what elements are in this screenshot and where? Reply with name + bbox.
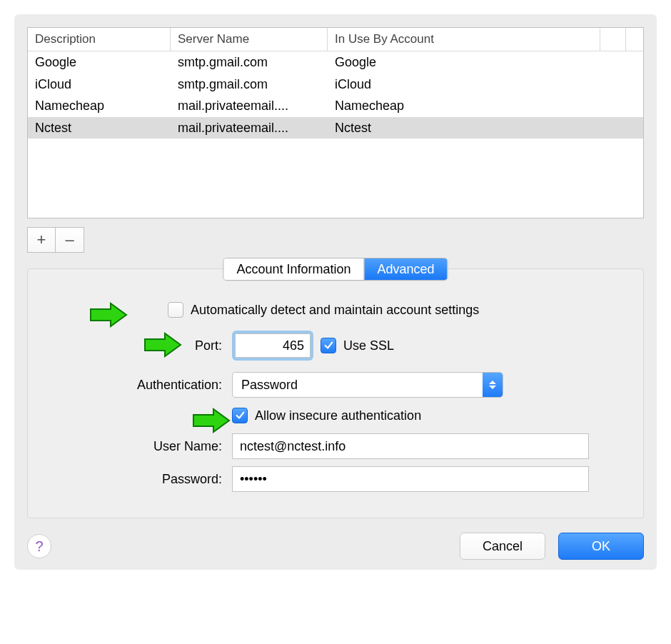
remove-server-button[interactable]: – bbox=[56, 227, 84, 253]
table-row[interactable]: Nctestmail.privateemail....Nctest bbox=[28, 117, 643, 139]
authentication-select[interactable]: Password bbox=[232, 372, 503, 398]
cell-description: iCloud bbox=[28, 74, 171, 96]
cell-description: Google bbox=[28, 51, 171, 74]
add-server-button[interactable]: + bbox=[27, 227, 56, 253]
annotation-arrow-icon bbox=[192, 408, 231, 433]
cell-inuse: iCloud bbox=[328, 74, 643, 96]
allow-insecure-label: Allow insecure authentication bbox=[255, 408, 421, 423]
cell-description: Namecheap bbox=[28, 95, 171, 117]
chevron-updown-icon bbox=[483, 373, 503, 397]
username-input[interactable] bbox=[232, 433, 589, 459]
row-username: User Name: bbox=[46, 433, 625, 459]
smtp-servers-panel: Description Server Name In Use By Accoun… bbox=[14, 14, 657, 570]
tab-advanced[interactable]: Advanced bbox=[364, 258, 448, 280]
port-input[interactable] bbox=[235, 333, 311, 358]
help-button[interactable]: ? bbox=[27, 534, 51, 558]
authentication-label: Authentication: bbox=[46, 378, 232, 393]
password-label: Password: bbox=[46, 472, 232, 487]
ok-button[interactable]: OK bbox=[558, 533, 644, 560]
col-header-description[interactable]: Description bbox=[28, 28, 171, 51]
cell-inuse: Namecheap bbox=[328, 95, 643, 117]
row-port: Port: Use SSL bbox=[46, 331, 625, 361]
username-label: User Name: bbox=[46, 439, 232, 454]
cell-server: smtp.gmail.com bbox=[171, 74, 328, 96]
row-authentication: Authentication: Password bbox=[46, 372, 625, 398]
tab-account-information[interactable]: Account Information bbox=[223, 258, 363, 280]
table-row[interactable]: Googlesmtp.gmail.comGoogle bbox=[28, 51, 643, 74]
server-table: Description Server Name In Use By Accoun… bbox=[27, 27, 644, 218]
col-header-inuse[interactable]: In Use By Account bbox=[328, 28, 600, 51]
col-header-blank2 bbox=[626, 28, 643, 51]
cancel-button[interactable]: Cancel bbox=[460, 533, 545, 560]
cell-server: mail.privateemail.... bbox=[171, 117, 328, 139]
table-row[interactable]: Namecheapmail.privateemail....Namecheap bbox=[28, 95, 643, 117]
allow-insecure-checkbox[interactable] bbox=[232, 408, 248, 423]
cell-server: smtp.gmail.com bbox=[171, 51, 328, 74]
port-label: Port: bbox=[46, 338, 232, 353]
auto-detect-checkbox[interactable] bbox=[168, 302, 183, 318]
table-header: Description Server Name In Use By Accoun… bbox=[28, 28, 643, 51]
settings-box: Account Information Advanced Automatical… bbox=[27, 268, 644, 518]
cell-inuse: Nctest bbox=[328, 117, 643, 139]
annotation-arrow-icon bbox=[89, 302, 128, 328]
add-remove-group: + – bbox=[27, 227, 644, 253]
use-ssl-checkbox[interactable] bbox=[321, 338, 336, 353]
use-ssl-label: Use SSL bbox=[343, 338, 394, 353]
password-input[interactable] bbox=[232, 466, 589, 492]
row-password: Password: bbox=[46, 466, 625, 492]
cell-inuse: Google bbox=[328, 51, 643, 74]
cell-description: Nctest bbox=[28, 117, 171, 139]
cell-server: mail.privateemail.... bbox=[171, 95, 328, 117]
col-header-server[interactable]: Server Name bbox=[171, 28, 328, 51]
col-header-blank1 bbox=[600, 28, 626, 51]
row-allow-insecure: Allow insecure authentication bbox=[46, 408, 625, 423]
tab-bar: Account Information Advanced bbox=[223, 258, 448, 281]
authentication-value: Password bbox=[233, 378, 483, 393]
table-body: Googlesmtp.gmail.comGoogleiCloudsmtp.gma… bbox=[28, 51, 643, 218]
table-row[interactable]: iCloudsmtp.gmail.comiCloud bbox=[28, 74, 643, 96]
row-auto-detect: Automatically detect and maintain accoun… bbox=[46, 302, 625, 318]
auto-detect-label: Automatically detect and maintain accoun… bbox=[191, 303, 479, 318]
footer: ? Cancel OK bbox=[27, 533, 644, 560]
